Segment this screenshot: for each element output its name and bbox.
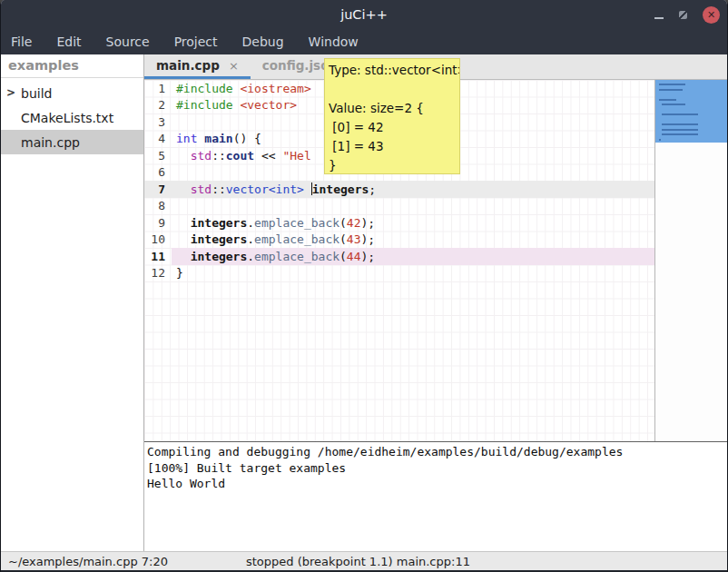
tab-close-icon[interactable]: × bbox=[229, 59, 239, 73]
token: 44 bbox=[347, 250, 361, 263]
line-text: integers.emplace_back(44); bbox=[172, 248, 654, 265]
tab-label: main.cpp bbox=[156, 58, 220, 73]
token: #include bbox=[176, 98, 240, 112]
token: . bbox=[247, 216, 254, 230]
token: ; bbox=[369, 182, 376, 196]
token: :: bbox=[212, 149, 226, 163]
code-line-10[interactable]: 10 integers.emplace_back(43); bbox=[144, 232, 654, 249]
token: . bbox=[247, 232, 254, 246]
token: vector<int> bbox=[226, 182, 304, 196]
token: ); bbox=[361, 250, 376, 263]
tooltip-line: [0] = 42 bbox=[329, 118, 456, 137]
line-number[interactable]: 1 bbox=[144, 82, 172, 95]
file-tree-panel: examples >buildCMakeLists.txtmain.cpp bbox=[1, 54, 143, 551]
minimap-line bbox=[659, 89, 683, 91]
token: integers bbox=[191, 250, 248, 263]
cursor-location: ~/examples/main.cpp 7:20 bbox=[8, 555, 168, 568]
debug-status: stopped (breakpoint 1.1) main.cpp:11 bbox=[246, 555, 470, 568]
code-line-12[interactable]: 12} bbox=[144, 265, 654, 282]
close-button[interactable]: ✕ bbox=[703, 6, 720, 24]
token bbox=[176, 232, 191, 246]
project-name: examples bbox=[1, 54, 143, 78]
line-number[interactable]: 4 bbox=[144, 132, 172, 145]
token: integers bbox=[191, 232, 248, 246]
token bbox=[176, 250, 191, 263]
line-number[interactable]: 7 bbox=[144, 182, 172, 196]
line-number[interactable]: 6 bbox=[144, 165, 172, 179]
minimap[interactable] bbox=[654, 80, 727, 441]
tree-item-label: CMakeLists.txt bbox=[21, 111, 113, 125]
token: #include bbox=[176, 82, 240, 95]
minimap-line bbox=[659, 139, 661, 141]
line-number[interactable]: 9 bbox=[144, 216, 172, 230]
menu-edit[interactable]: Edit bbox=[56, 35, 81, 49]
token: ( bbox=[339, 250, 347, 263]
minimap-line bbox=[662, 129, 698, 131]
tooltip-line: [1] = 43 bbox=[329, 137, 456, 156]
token: emplace_back bbox=[254, 232, 339, 246]
token: main bbox=[204, 132, 232, 145]
minimap-line bbox=[662, 123, 698, 125]
code-line-7[interactable]: 7 std::vector<int> integers; bbox=[144, 181, 654, 198]
code-line-9[interactable]: 9 integers.emplace_back(42); bbox=[144, 214, 654, 232]
line-text bbox=[172, 198, 654, 215]
token: ); bbox=[361, 232, 376, 246]
line-number[interactable]: 2 bbox=[144, 98, 172, 112]
minimap-viewport[interactable] bbox=[655, 80, 727, 143]
minimap-line bbox=[662, 133, 698, 135]
token bbox=[304, 182, 311, 196]
debug-tooltip: Type: std::vector<int> Value: size=2 { [… bbox=[324, 58, 460, 174]
tree-item-main.cpp[interactable]: main.cpp bbox=[1, 130, 143, 154]
tooltip-line: Value: size=2 { bbox=[329, 99, 456, 118]
tooltip-line bbox=[329, 80, 456, 99]
menu-file[interactable]: File bbox=[11, 35, 32, 49]
token: . bbox=[247, 250, 254, 263]
tree-item-CMakeLists.txt[interactable]: CMakeLists.txt bbox=[1, 105, 143, 130]
token: cout bbox=[226, 149, 254, 163]
token bbox=[176, 149, 191, 163]
menu-bar: FileEditSourceProjectDebugWindow bbox=[1, 29, 727, 54]
line-number[interactable]: 8 bbox=[144, 199, 172, 212]
token: integers bbox=[191, 216, 248, 230]
status-bar: ~/examples/main.cpp 7:20 stopped (breakp… bbox=[1, 551, 727, 570]
minimap-line bbox=[659, 84, 685, 85]
token: <vector> bbox=[240, 98, 297, 112]
line-number[interactable]: 3 bbox=[144, 115, 172, 129]
menu-source[interactable]: Source bbox=[106, 35, 150, 49]
token: std bbox=[191, 149, 212, 163]
code-line-8[interactable]: 8 bbox=[144, 198, 654, 215]
line-number[interactable]: 10 bbox=[144, 232, 172, 246]
console-line: Compiling and debugging /home/eidheim/ex… bbox=[147, 444, 727, 460]
menu-debug[interactable]: Debug bbox=[242, 35, 284, 49]
token: int bbox=[176, 132, 197, 145]
expander-icon[interactable]: > bbox=[6, 86, 15, 99]
menu-window[interactable]: Window bbox=[309, 35, 359, 49]
token: emplace_back bbox=[254, 250, 339, 263]
token: << bbox=[254, 149, 282, 163]
titlebar[interactable]: juCi++ ✕ bbox=[1, 0, 727, 29]
line-number[interactable]: 5 bbox=[144, 149, 172, 163]
code-line-11[interactable]: 11 integers.emplace_back(44); bbox=[144, 248, 654, 265]
token bbox=[176, 182, 191, 196]
tooltip-line: } bbox=[329, 156, 456, 174]
tab-main.cpp[interactable]: main.cpp× bbox=[144, 54, 251, 79]
tree-item-label: build bbox=[21, 86, 52, 101]
token: ( bbox=[339, 232, 347, 246]
output-console[interactable]: Compiling and debugging /home/eidheim/ex… bbox=[144, 441, 727, 551]
line-number[interactable]: 12 bbox=[144, 266, 172, 280]
line-number[interactable]: 11 bbox=[144, 250, 172, 263]
token: ); bbox=[361, 216, 376, 230]
maximize-icon[interactable] bbox=[679, 11, 687, 19]
minimap-line bbox=[659, 99, 676, 101]
token: :: bbox=[212, 182, 226, 196]
token: emplace_back bbox=[254, 216, 339, 230]
menu-project[interactable]: Project bbox=[174, 35, 218, 49]
window-controls: ✕ bbox=[654, 0, 720, 29]
minimap-line bbox=[662, 104, 685, 105]
token bbox=[197, 132, 204, 145]
line-text: } bbox=[172, 265, 654, 282]
tree-item-build[interactable]: >build bbox=[1, 81, 143, 105]
token: ( bbox=[339, 216, 347, 230]
minimize-icon[interactable] bbox=[654, 11, 664, 19]
console-line: [100%] Built target examples bbox=[147, 460, 727, 477]
